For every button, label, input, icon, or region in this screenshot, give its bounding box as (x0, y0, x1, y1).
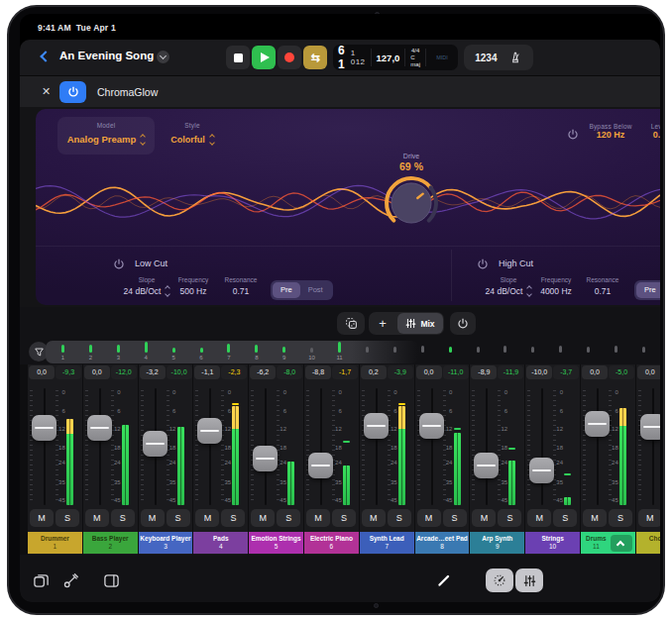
volume-readout[interactable]: -6,2 (250, 365, 276, 379)
track-stack-icon[interactable] (33, 572, 50, 593)
volume-readout[interactable]: 0,0 (582, 365, 608, 379)
fader-handle[interactable] (419, 413, 444, 439)
peak-readout[interactable]: -5,0 (609, 365, 634, 379)
volume-readout[interactable]: -3,2 (140, 365, 166, 379)
collapse-stack-button[interactable] (611, 535, 632, 552)
peak-readout[interactable]: -11,9 (498, 365, 523, 379)
pre-button[interactable]: Pre (273, 282, 300, 298)
peak-readout[interactable]: -12,0 (111, 365, 137, 379)
low-cut-power-button[interactable] (113, 257, 125, 274)
solo-button[interactable]: S (56, 509, 79, 527)
mute-button[interactable]: M (472, 509, 496, 527)
solo-button[interactable]: S (443, 509, 467, 527)
volume-readout[interactable]: 0,0 (416, 365, 442, 379)
mute-button[interactable]: M (85, 509, 109, 527)
track-name-plate[interactable]: Strings 10 (525, 532, 580, 554)
solo-button[interactable]: S (609, 509, 632, 527)
mixer-mode-button[interactable] (515, 568, 543, 592)
track-name-plate[interactable]: Drums 11 (581, 532, 635, 554)
patch-cable-icon[interactable] (62, 572, 79, 593)
inspector-icon[interactable] (103, 572, 120, 593)
volume-readout[interactable]: -1,1 (194, 365, 220, 379)
metronome-icon[interactable] (508, 51, 522, 64)
solo-button[interactable]: S (332, 509, 356, 527)
pencil-icon[interactable] (436, 572, 452, 592)
solo-button[interactable]: S (553, 509, 577, 527)
volume-readout[interactable]: 0,0 (29, 365, 55, 379)
track-name-plate[interactable]: Synth Lead 7 (360, 532, 414, 554)
automation-mode-button[interactable] (486, 568, 513, 592)
mute-button[interactable]: M (527, 509, 551, 527)
peak-readout[interactable]: -10,0 (167, 365, 192, 379)
pre-button[interactable]: Pre (636, 282, 660, 298)
fader-handle[interactable] (308, 453, 333, 478)
track-name-plate[interactable]: Chorus V 12 (636, 532, 660, 554)
high-cut-power-button[interactable] (477, 257, 489, 274)
track-name-plate[interactable]: Pads 4 (193, 532, 248, 554)
peak-readout[interactable]: -11,0 (443, 365, 469, 379)
mute-button[interactable]: M (362, 509, 386, 527)
peak-readout[interactable]: -2,3 (221, 365, 247, 379)
mix-view-button[interactable]: Mix (397, 313, 443, 334)
high-cut-resonance[interactable]: Resonance 0.71 (571, 276, 634, 296)
close-icon[interactable]: ✕ (42, 85, 51, 98)
song-title-dropdown[interactable] (157, 51, 169, 63)
volume-readout[interactable]: 0,2 (361, 365, 387, 379)
model-selector[interactable]: Model Analog Preamp (57, 117, 155, 155)
volume-readout[interactable]: -8,9 (471, 365, 497, 379)
song-title[interactable]: An Evening Song (59, 50, 154, 61)
low-cut-resonance[interactable]: Resonance 0.71 (209, 276, 273, 296)
drive-knob[interactable] (382, 173, 441, 233)
style-selector[interactable]: Style Colorful (161, 117, 224, 155)
fader-handle[interactable] (474, 453, 499, 478)
play-button[interactable] (252, 46, 276, 69)
track-name-plate[interactable]: Bass Player 2 (83, 532, 138, 554)
post-button[interactable]: Post (300, 282, 331, 298)
volume-readout[interactable]: -8,8 (305, 365, 331, 379)
solo-button[interactable]: S (388, 509, 411, 527)
plugin-power-button[interactable] (59, 81, 86, 103)
track-name-plate[interactable]: Electric Piano 6 (304, 532, 359, 554)
track-name-plate[interactable]: Emotion Strings 5 (249, 532, 303, 554)
mute-button[interactable]: M (583, 509, 607, 527)
track-name-plate[interactable]: Arcade…eet Pad 8 (415, 532, 470, 554)
volume-readout[interactable]: 0,0 (637, 365, 660, 379)
mute-button[interactable]: M (251, 509, 275, 527)
solo-button[interactable]: S (498, 509, 521, 527)
level-control[interactable]: Level 0.0 (631, 123, 660, 140)
lcd-display[interactable]: 6 1 1 012 127,0 4/4C maj MIDI (333, 45, 458, 70)
volume-readout[interactable]: 0,0 (84, 365, 110, 379)
peak-readout[interactable]: -8,0 (277, 365, 302, 379)
mute-button[interactable]: M (141, 509, 165, 527)
fader-handle[interactable] (87, 415, 112, 441)
add-plugin-button[interactable]: + (369, 316, 396, 331)
track-name-plate[interactable]: Arp Synth 9 (470, 532, 524, 554)
back-chevron-icon[interactable] (40, 51, 51, 61)
peak-readout[interactable]: -3,7 (553, 365, 579, 379)
duplicate-button[interactable] (337, 312, 365, 335)
record-button[interactable] (278, 46, 301, 69)
count-in-button[interactable]: 1234 (475, 52, 497, 63)
solo-button[interactable]: S (167, 509, 190, 527)
mute-button[interactable]: M (195, 509, 219, 527)
fader-handle[interactable] (253, 446, 278, 471)
solo-button[interactable]: S (221, 509, 245, 527)
peak-readout[interactable]: -9,3 (56, 365, 81, 379)
peak-readout[interactable]: -1,7 (332, 365, 358, 379)
fader-handle[interactable] (197, 418, 222, 444)
fader-handle[interactable] (640, 414, 660, 440)
fader-handle[interactable] (529, 458, 554, 483)
mute-button[interactable]: M (417, 509, 441, 527)
mute-button[interactable]: M (306, 509, 330, 527)
volume-readout[interactable]: -10,0 (526, 365, 552, 379)
mixer-power-button[interactable] (450, 312, 476, 335)
mute-button[interactable]: M (638, 509, 660, 527)
track-name-plate[interactable]: Keyboard Player 3 (139, 532, 193, 554)
track-name-plate[interactable]: Drummer 1 (28, 532, 82, 554)
drive-control[interactable]: Drive 69 % (362, 153, 461, 237)
fader-handle[interactable] (585, 411, 610, 437)
fader-handle[interactable] (364, 413, 389, 439)
bypass-power-button[interactable] (567, 127, 579, 145)
fader-handle[interactable] (32, 415, 56, 441)
stop-button[interactable] (226, 46, 250, 69)
